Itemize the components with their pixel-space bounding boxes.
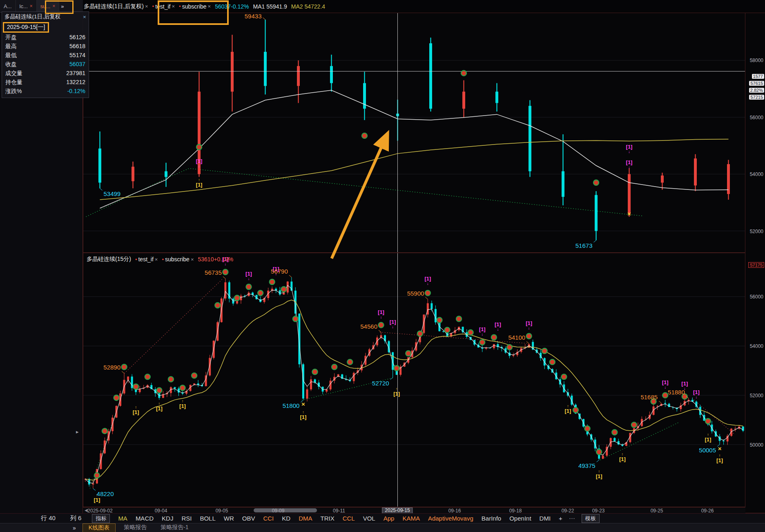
indicator-kama[interactable]: KAMA [402, 515, 420, 522]
overlay-subscribe-close-icon[interactable]: × [191, 256, 194, 263]
signal-arrow-down-icon: ↓ [427, 281, 429, 286]
annotation-leader [390, 378, 393, 380]
watermelon-marker [662, 393, 668, 398]
price-annotation: 54560 [360, 323, 377, 330]
candle-body [429, 43, 432, 109]
template-button[interactable]: 模板 [582, 514, 600, 523]
indicator-kd[interactable]: KD [282, 515, 290, 522]
indicator-macd[interactable]: MACD [136, 515, 154, 522]
price-axis-label: 52000 [750, 229, 763, 234]
candle-body [132, 167, 134, 181]
price-annotation: 53499 [104, 190, 121, 197]
annotation-leader [223, 276, 225, 278]
overlay-test-if-label: test_if [155, 3, 170, 10]
price-annotation: 50005 [699, 447, 716, 454]
tooltip-close-icon[interactable]: × [83, 14, 86, 20]
indicator-openint[interactable]: OpenInt [509, 515, 531, 522]
watermelon-marker [456, 316, 462, 322]
tab-lc[interactable]: lc...× [16, 0, 37, 12]
candle-body [178, 389, 180, 393]
indicator-barinfo[interactable]: BarInfo [482, 515, 501, 522]
tab-label: A... [4, 3, 12, 9]
price-axis-label: 57215 [749, 95, 764, 100]
cross-marker: × [627, 210, 631, 217]
indicator-app[interactable]: App [384, 515, 395, 522]
indicator-cci[interactable]: CCI [263, 515, 274, 522]
watermelon-marker [196, 145, 202, 150]
candle-body [430, 303, 433, 309]
candle-body [513, 355, 515, 356]
watermelon-marker [542, 348, 547, 354]
add-indicator-button[interactable]: + [559, 515, 562, 522]
price-axis-label: 54000 [750, 343, 763, 349]
signal-tag-yellow: [1] [196, 182, 203, 188]
indicator-trix[interactable]: TRIX [320, 515, 334, 522]
overlay-subscribe-close-icon[interactable]: × [208, 3, 211, 9]
watermelon-marker [347, 359, 352, 365]
watermelon-marker [394, 365, 399, 371]
workspace-tab-inactive[interactable]: 策略报告-1 [155, 523, 194, 532]
indicator-kdj[interactable]: KDJ [162, 515, 173, 522]
overlay-test-if-close-icon[interactable]: × [155, 256, 158, 263]
watermelon-marker [362, 133, 367, 138]
tooltip-row-label: 开盘 [5, 34, 17, 41]
candle-body [231, 52, 234, 92]
workspace-tab-active[interactable]: K线图表 [83, 523, 116, 532]
watermelon-marker [145, 374, 150, 379]
watermelon-marker [234, 295, 240, 301]
tooltip-row-label: 最低 [5, 52, 17, 59]
tab-A[interactable]: A... [0, 0, 16, 12]
watermelon-marker [312, 369, 318, 374]
date-axis-label: 09-22 [562, 508, 574, 514]
overlay-test-if-close-icon[interactable]: × [172, 3, 175, 9]
watermelon-marker [281, 287, 286, 292]
indicator-dma[interactable]: DMA [299, 515, 312, 522]
indicator-dmi[interactable]: DMI [540, 515, 551, 522]
indicator-ma[interactable]: MA [118, 515, 127, 522]
indicator-obv[interactable]: OBV [242, 515, 255, 522]
candle-body [297, 66, 300, 86]
candle-body [668, 404, 670, 407]
signal-arrow-down-icon: ↓ [628, 149, 630, 154]
candle-body [435, 309, 437, 323]
chart-title-close-icon[interactable]: × [145, 3, 148, 9]
indicator-ccl[interactable]: CCL [343, 515, 355, 522]
panel-collapse-arrow[interactable]: ▸ [76, 429, 79, 435]
more-indicators-icon[interactable]: ⋯ [569, 515, 575, 522]
tab-close-icon[interactable]: × [30, 3, 33, 9]
signal-tag-magenta: [1] [378, 309, 384, 315]
tab-overflow-chevron[interactable]: » [73, 525, 76, 531]
workspace-tab-inactive[interactable]: 策略报告 [118, 523, 152, 532]
indicator-adaptivemovavg[interactable]: AdaptiveMovavg [428, 515, 473, 522]
candle-body [310, 379, 312, 389]
tab-su[interactable]: su...× [37, 0, 60, 12]
indicator-vol[interactable]: VOL [363, 515, 375, 522]
price-axis-label: 52000 [750, 393, 763, 398]
candle-body [376, 338, 378, 345]
watermelon-marker [612, 430, 617, 435]
indicator-button[interactable]: 指标 [92, 514, 110, 523]
indicator-wr[interactable]: WR [224, 515, 234, 522]
tab-strip-chevron-icon[interactable]: » [59, 0, 65, 12]
candle-body [427, 303, 429, 315]
indicator-boll[interactable]: BOLL [200, 515, 215, 522]
red-dotted-trendline [124, 278, 223, 373]
scrollbar-thumb[interactable] [254, 508, 317, 512]
tab-close-icon[interactable]: × [52, 3, 55, 9]
watermelon-marker [437, 318, 442, 323]
watermelon-marker [561, 374, 567, 379]
row-count-label: 行 40 [41, 514, 56, 522]
daily-chart-canvas[interactable]: [1]↓↑[1][1]↓[1]↓×594335349951673 [83, 13, 745, 252]
watermelon-marker [114, 395, 119, 401]
red-dot-icon: • [152, 3, 154, 9]
tooltip-row-value: 237981 [66, 70, 85, 77]
candle-body [571, 396, 573, 405]
green-dotted-trendline [600, 423, 679, 460]
ma2-line [100, 139, 729, 200]
tab-label: lc... [20, 3, 28, 9]
watermelon-marker [102, 428, 107, 434]
candle-body [562, 171, 564, 197]
intraday-chart-canvas[interactable]: [1]↓[1]↓[1]↓[1]↓[1]↓[1]↓[1]↓[1]↓[1]↓[1]↓… [83, 253, 745, 507]
candle-body [628, 174, 631, 214]
indicator-rsi[interactable]: RSI [181, 515, 192, 522]
